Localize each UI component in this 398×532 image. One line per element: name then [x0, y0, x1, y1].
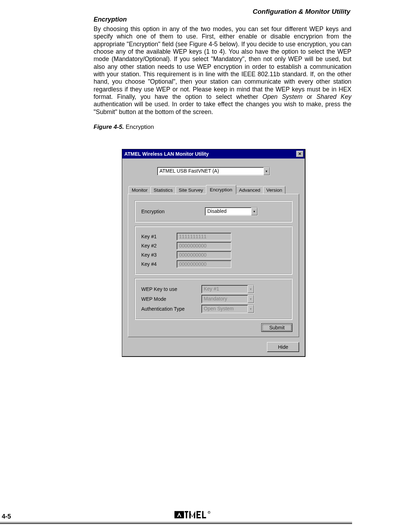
submit-row: Submit	[135, 323, 292, 332]
dialog-window: ATMEL Wireless LAN Monitor Utility ✕ ATM…	[122, 149, 305, 357]
figure-title: Encryption	[126, 124, 154, 130]
chevron-down-icon[interactable]: ▼	[248, 285, 254, 293]
adapter-row: ATMEL USB FastVNET (A) ▼	[128, 167, 299, 175]
key4-row: Key #4 0000000000	[141, 260, 286, 268]
svg-text:R: R	[208, 512, 210, 513]
wep-mode-dropdown[interactable]: Mandatory ▼	[201, 295, 254, 303]
keys-groupbox: Key #1 1111111111 Key #2 0000000000 Key …	[135, 226, 292, 275]
auth-value: Open System	[202, 305, 248, 313]
svg-rect-0	[174, 511, 184, 519]
dialog-screenshot: ATMEL Wireless LAN Monitor Utility ✕ ATM…	[122, 149, 305, 357]
figure-label: Figure 4-5.	[94, 124, 124, 130]
close-icon: ✕	[298, 151, 302, 156]
content-area: Encryption By choosing this option in an…	[94, 16, 351, 131]
dialog-body: ATMEL USB FastVNET (A) ▼ Monitor Statist…	[122, 159, 305, 356]
encryption-groupbox: Encryption Disabled ▼	[135, 201, 292, 222]
chevron-down-icon[interactable]: ▼	[263, 167, 270, 175]
tab-advanced[interactable]: Advanced	[236, 186, 263, 194]
key2-field[interactable]: 0000000000	[177, 242, 231, 250]
key4-field[interactable]: 0000000000	[177, 260, 231, 268]
key2-label: Key #2	[141, 243, 177, 249]
footer-rule-thick	[0, 523, 352, 524]
tab-statistics[interactable]: Statistics	[150, 186, 176, 194]
tab-version[interactable]: Version	[263, 186, 285, 194]
figure-caption: Figure 4-5. Encryption	[94, 124, 351, 131]
svg-rect-8	[196, 514, 200, 515]
encryption-dropdown[interactable]: Disabled ▼	[205, 207, 258, 216]
tab-bar: Monitor Statistics Site Survey Encryptio…	[129, 186, 299, 194]
svg-rect-3	[186, 511, 187, 519]
atmel-logo-icon: R	[174, 508, 224, 522]
hide-button[interactable]: Hide	[267, 342, 299, 352]
page-number: 4-5	[2, 513, 11, 520]
svg-rect-7	[196, 511, 201, 513]
encryption-label: Encryption	[141, 209, 205, 214]
chevron-down-icon[interactable]: ▼	[248, 295, 254, 303]
auth-dropdown[interactable]: Open System ▼	[201, 305, 254, 313]
tab-panel-encryption: Encryption Disabled ▼ Key #1 1111111111 …	[128, 194, 299, 337]
footer-rule-thin	[0, 522, 352, 522]
key4-label: Key #4	[141, 261, 177, 267]
wep-key-row: WEP Key to use Key #1 ▼	[141, 285, 286, 293]
body-post: authentication will be used. In order to…	[94, 101, 351, 115]
tab-encryption[interactable]: Encryption	[206, 185, 236, 194]
key1-field[interactable]: 1111111111	[177, 233, 231, 240]
key3-field[interactable]: 0000000000	[177, 251, 231, 259]
wep-mode-label: WEP Mode	[141, 296, 201, 302]
svg-rect-11	[202, 517, 206, 519]
submit-button[interactable]: Submit	[261, 323, 292, 332]
tab-site-survey[interactable]: Site Survey	[176, 186, 206, 194]
shared-key-term: Shared Key	[316, 93, 351, 100]
body-mid: or	[303, 93, 317, 100]
section-heading: Encryption	[94, 16, 351, 23]
wep-key-label: WEP Key to use	[141, 286, 201, 292]
close-button[interactable]: ✕	[296, 151, 303, 157]
wep-mode-row: WEP Mode Mandatory ▼	[141, 295, 286, 303]
encryption-value: Disabled	[205, 208, 251, 215]
titlebar[interactable]: ATMEL Wireless LAN Monitor Utility ✕	[122, 149, 305, 159]
wep-key-dropdown[interactable]: Key #1 ▼	[201, 285, 254, 293]
window-title: ATMEL Wireless LAN Monitor Utility	[124, 151, 209, 157]
chevron-down-icon[interactable]: ▼	[248, 305, 254, 313]
key3-row: Key #3 0000000000	[141, 251, 286, 259]
wep-mode-value: Mandatory	[202, 295, 248, 303]
settings-groupbox: WEP Key to use Key #1 ▼ WEP Mode Mandato…	[135, 278, 292, 320]
page-header: Configuration & Monitor Utility	[253, 8, 350, 16]
auth-row: Authentication Type Open System ▼	[141, 305, 286, 313]
key2-row: Key #2 0000000000	[141, 242, 286, 250]
body-pre: By choosing this option in any of the tw…	[94, 25, 351, 100]
adapter-value: ATMEL USB FastVNET (A)	[158, 167, 263, 175]
wep-key-value: Key #1	[202, 285, 248, 293]
atmel-logo: R	[174, 508, 224, 522]
key1-row: Key #1 1111111111	[141, 233, 286, 240]
adapter-dropdown[interactable]: ATMEL USB FastVNET (A) ▼	[157, 167, 270, 175]
tab-monitor[interactable]: Monitor	[129, 186, 151, 194]
page-footer: 4-5 R	[0, 506, 398, 524]
chevron-down-icon[interactable]: ▼	[251, 208, 257, 215]
encryption-row: Encryption Disabled ▼	[141, 207, 286, 216]
key1-label: Key #1	[141, 234, 177, 239]
svg-rect-9	[196, 517, 201, 519]
auth-label: Authentication Type	[141, 306, 201, 312]
hide-row: Hide	[128, 342, 299, 352]
open-system-term: Open System	[262, 93, 302, 100]
section-body: By choosing this option in any of the tw…	[94, 25, 351, 116]
key3-label: Key #3	[141, 252, 177, 258]
